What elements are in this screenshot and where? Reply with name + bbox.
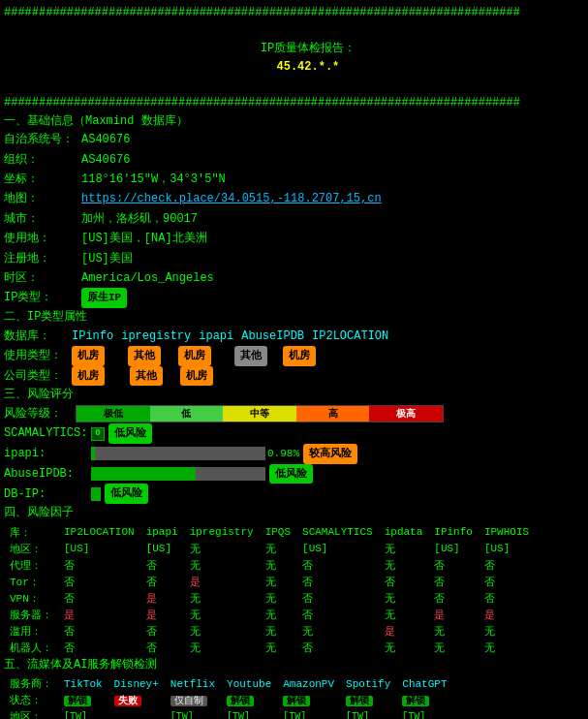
db-row: 数据库： IPinfo ipregistry ipapi AbuseIPDB I… bbox=[4, 327, 584, 346]
dbip-bar-bg bbox=[91, 487, 101, 501]
section4-title: 四、风险因子 bbox=[4, 504, 584, 522]
company-ipapi: 机房 bbox=[180, 366, 213, 387]
company-ipregistry: 其他 bbox=[130, 366, 163, 387]
factor-abuse-row: 滥用： 否 否 无 无 无 是 无 无 bbox=[4, 623, 535, 640]
factor-vpn-row: VPN： 否 是 无 无 否 无 否 否 bbox=[4, 590, 535, 607]
stream-header-row: 服务商： TikTok Disney+ Netflix Youtube Amaz… bbox=[4, 675, 453, 692]
chatgpt-status: 解锁 bbox=[402, 696, 429, 706]
company-row: 公司类型： 机房 其他 机房 bbox=[4, 366, 584, 387]
disney-status: 失败 bbox=[114, 696, 141, 706]
factor-tor-row: Tor： 否 否 是 无 否 否 否 否 bbox=[4, 574, 535, 590]
stream-table: 服务商： TikTok Disney+ Netflix Youtube Amaz… bbox=[4, 675, 453, 719]
header-sep-bot: ########################################… bbox=[4, 94, 584, 112]
field-tz: 时区： America/Los_Angeles bbox=[4, 268, 584, 288]
ipapi-pct: 0.98% bbox=[267, 445, 299, 463]
abuse-bar-fill bbox=[91, 467, 196, 481]
usage-abuseipdb: 其他 bbox=[234, 346, 267, 366]
streaming-table: 服务商： TikTok Disney+ Netflix Youtube Amaz… bbox=[4, 673, 584, 719]
field-coords: 坐标： 118°16'15"W，34°3'5"N bbox=[4, 170, 584, 189]
section1-title: 一、基础信息（Maxmind 数据库） bbox=[4, 112, 584, 131]
dbip-row: DB-IP: 低风险 bbox=[4, 484, 584, 504]
usage-ipinfo: 机房 bbox=[72, 346, 105, 366]
stream-status-row: 状态： 解锁 失败 仅自制 解锁 解锁 解锁 解锁 bbox=[4, 692, 453, 708]
report-title: IP质量体检报告： 45.42.*.* bbox=[4, 22, 584, 94]
factor-proxy-row: 代理： 否 否 无 无 否 无 否 否 bbox=[4, 557, 535, 574]
ipapi-bar-fill bbox=[91, 447, 95, 460]
section5-title: 五、流媒体及AI服务解锁检测 bbox=[4, 656, 584, 674]
ipapi-row: ipapi: 0.98% 较高风险 bbox=[4, 444, 584, 464]
dbip-bar-fill bbox=[91, 487, 101, 501]
field-asn: 自治系统号： AS40676 bbox=[4, 130, 584, 149]
section3-title: 三、风险评分 bbox=[4, 386, 584, 404]
section2-title: 二、IP类型属性 bbox=[4, 308, 584, 327]
factor-header-row: 库： IP2LOCATION ipapi ipregistry IPQS SCA… bbox=[4, 524, 535, 541]
field-org: 组织： AS40676 bbox=[4, 150, 584, 170]
usage-row: 使用类型： 机房 其他 机房 其他 机房 bbox=[4, 346, 584, 366]
scam-zero: 0 bbox=[91, 427, 105, 441]
risk-bar: 极低 低 中等 高 极高 bbox=[76, 405, 444, 422]
risk-level-row: 风险等级： 极低 低 中等 高 极高 bbox=[4, 404, 584, 423]
amazon-status: 解锁 bbox=[283, 696, 310, 706]
field-ip-type: IP类型： 原生IP bbox=[4, 288, 584, 308]
netflix-status: 仅自制 bbox=[170, 696, 207, 706]
scam-row: SCAMALYTICS: 0 低风险 bbox=[4, 423, 584, 444]
factor-bot-row: 机器人： 否 否 无 无 否 无 无 无 bbox=[4, 640, 535, 656]
usage-ip2loc: 机房 bbox=[283, 346, 316, 366]
factor-region-row: 地区： [US] [US] 无 无 [US] 无 [US] [US] bbox=[4, 541, 535, 557]
field-map: 地图： https://check.place/34.0515,-118.270… bbox=[4, 189, 584, 208]
factor-table: 库： IP2LOCATION ipapi ipregistry IPQS SCA… bbox=[4, 524, 535, 656]
usage-ipapi: 机房 bbox=[178, 346, 211, 366]
map-link[interactable]: https://check.place/34.0515,-118.2707,15… bbox=[81, 189, 382, 208]
stream-region-row: 地区： [TW] [TW] [TW] [TW] [TW] [TW] bbox=[4, 708, 453, 719]
spotify-status: 解锁 bbox=[346, 696, 373, 706]
header-sep-top: ########################################… bbox=[4, 4, 584, 22]
tiktok-status: 解锁 bbox=[64, 696, 91, 706]
risk-factor-table: 库： IP2LOCATION ipapi ipregistry IPQS SCA… bbox=[4, 522, 584, 656]
scam-badge: 低风险 bbox=[108, 423, 152, 444]
field-city: 城市： 加州，洛杉矶，90017 bbox=[4, 209, 584, 229]
field-reg-loc: 注册地： [US]美国 bbox=[4, 249, 584, 268]
field-usage-loc: 使用地： [US]美国，[NA]北美洲 bbox=[4, 229, 584, 248]
risk-di: 低 bbox=[150, 406, 224, 422]
company-ipinfo: 机房 bbox=[72, 366, 105, 387]
report-container: ########################################… bbox=[4, 4, 584, 719]
abuse-badge: 低风险 bbox=[269, 464, 313, 485]
dbip-badge: 低风险 bbox=[105, 484, 148, 504]
risk-jidi: 极低 bbox=[77, 406, 150, 422]
youtube-status: 解锁 bbox=[227, 696, 254, 706]
usage-ipregistry: 其他 bbox=[128, 346, 161, 366]
risk-zhong: 中等 bbox=[223, 406, 296, 422]
risk-gao: 高 bbox=[296, 406, 370, 422]
factor-server-row: 服务器： 是 是 无 无 否 无 是 是 bbox=[4, 607, 535, 623]
abuse-bar-bg bbox=[91, 467, 265, 481]
risk-jigao: 极高 bbox=[369, 406, 443, 422]
ipapi-badge: 较高风险 bbox=[303, 444, 357, 464]
abuse-row: AbuseIPDB: 低风险 bbox=[4, 464, 584, 485]
ipapi-bar-bg bbox=[91, 447, 265, 460]
ip-type-badge: 原生IP bbox=[81, 288, 127, 308]
